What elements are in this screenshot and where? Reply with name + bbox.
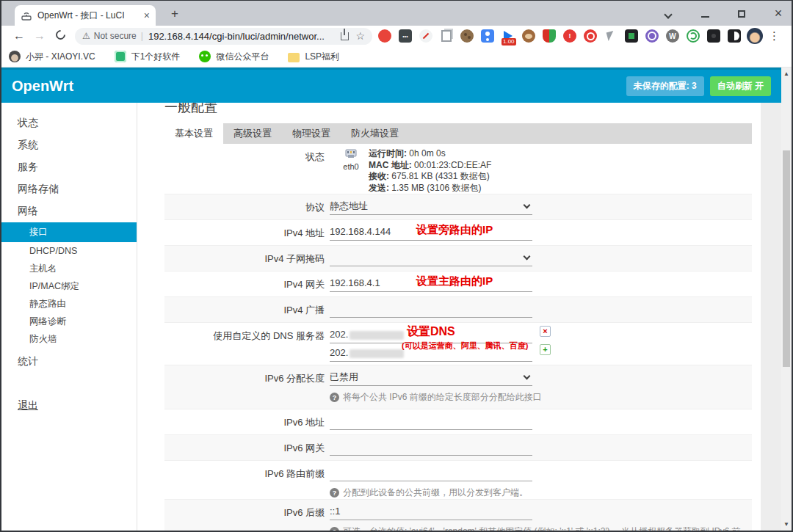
back-button[interactable]: ←	[9, 29, 29, 43]
chevron-down-icon	[524, 202, 531, 209]
feather-extension-icon[interactable]	[419, 29, 432, 43]
ethernet-icon	[343, 148, 359, 159]
tampermonkey-extension-icon[interactable]	[522, 29, 535, 43]
router-favicon-icon	[21, 10, 32, 21]
cookie-extension-icon[interactable]	[460, 29, 474, 43]
copy-extension-icon[interactable]	[440, 29, 453, 43]
remove-dns-button[interactable]: ×	[540, 326, 551, 337]
translate-extension-icon[interactable]	[625, 29, 638, 43]
dots-extension-icon[interactable]: •••	[399, 29, 412, 43]
sidebar-item-status[interactable]: 状态	[1, 112, 137, 134]
tab-physical-settings[interactable]: 物理设置	[282, 123, 341, 144]
field-label: IPv6 地址	[164, 409, 325, 434]
form-row-ipv6-suffix: IPv6 后缀 ::1 ? 可选。允许的值: 'eui64'、'random' …	[164, 499, 752, 531]
photos-extension-icon[interactable]	[481, 29, 494, 43]
extensions-puzzle-icon[interactable]	[707, 29, 720, 43]
page-body: 状态 系统 服务 网络存储 网络 接口 DHCP/DNS 主机名 IP/MAC绑…	[1, 103, 781, 531]
browser-menu-icon[interactable]: ⋮	[769, 29, 780, 43]
minimize-button[interactable]	[698, 7, 712, 20]
url-text[interactable]: 192.168.4.144/cgi-bin/luci/admin/networ.…	[148, 31, 337, 42]
field-label: 状态	[164, 144, 325, 194]
sidebar-item-ip-mac-binding[interactable]: IP/MAC绑定	[1, 277, 137, 295]
tab-firewall-settings[interactable]: 防火墙设置	[341, 123, 409, 144]
sidebar-item-logout[interactable]: 退出	[1, 395, 137, 417]
ipv6-suffix-input[interactable]: ::1	[330, 504, 532, 520]
reload-button[interactable]	[50, 29, 70, 43]
share-icon[interactable]	[341, 32, 349, 40]
bookmark-software-icon	[115, 51, 126, 62]
sidebar-item-storage[interactable]: 网络存储	[1, 178, 137, 200]
field-label: IPv6 分配长度	[164, 365, 325, 409]
help-icon: ?	[330, 527, 339, 531]
sidebar-item-system[interactable]: 系统	[1, 134, 137, 156]
bookmark-item[interactable]: LSP福利	[288, 51, 339, 63]
darkmode-extension-icon[interactable]	[728, 29, 741, 43]
forward-button[interactable]: →	[29, 29, 50, 43]
wikipedia-extension-icon[interactable]: W	[666, 29, 679, 43]
sidebar-item-hostnames[interactable]: 主机名	[1, 260, 137, 277]
not-secure-icon[interactable]: ⚠	[82, 31, 90, 41]
purple-extension-icon[interactable]	[645, 29, 659, 43]
page-scrollbar[interactable]: ▲ ▼	[781, 68, 792, 531]
new-tab-button[interactable]: +	[166, 7, 184, 21]
sidebar-item-statistics[interactable]: 统计	[1, 351, 137, 373]
unsaved-config-button[interactable]: 未保存的配置: 3	[626, 76, 704, 96]
tab-search-icon[interactable]	[661, 7, 676, 20]
extensions-row: ••• 1.00 ! W	[378, 29, 741, 43]
help-icon: ?	[330, 488, 339, 498]
chevron-down-icon	[524, 373, 531, 380]
video-extension-icon[interactable]: 1.00	[501, 29, 515, 43]
add-dns-button[interactable]: +	[540, 344, 551, 355]
ipv6-prefix-input[interactable]	[330, 465, 532, 481]
sidebar-item-static-routes[interactable]: 静态路由	[1, 295, 137, 313]
ipv4-netmask-select[interactable]	[330, 250, 532, 266]
help-text: ? 分配到此设备的公共前缀，用以分发到客户端。	[330, 487, 752, 499]
sync-extension-icon[interactable]	[687, 29, 700, 43]
sidebar-item-interfaces[interactable]: 接口	[1, 222, 137, 242]
browser-tab[interactable]: OpenWrt - 接口 - LuCI ×	[15, 5, 156, 26]
protocol-select[interactable]: 静态地址	[330, 199, 532, 215]
sidebar-item-services[interactable]: 服务	[1, 156, 137, 178]
tab-advanced-settings[interactable]: 高级设置	[223, 123, 282, 144]
annotation-main-router-ip: 设置主路由的IP	[416, 274, 493, 288]
tab-general-settings[interactable]: 基本设置	[164, 123, 223, 144]
bookmark-item[interactable]: 微信公众平台	[199, 51, 269, 63]
adblock-extension-icon[interactable]	[378, 29, 391, 43]
field-label: 协议	[164, 194, 325, 219]
sidebar: 状态 系统 服务 网络存储 网络 接口 DHCP/DNS 主机名 IP/MAC绑…	[1, 103, 137, 531]
scrollbar-thumb[interactable]	[783, 150, 790, 367]
scroll-down-icon[interactable]: ▼	[781, 521, 792, 528]
close-window-button[interactable]: ×	[771, 6, 786, 21]
maximize-button[interactable]	[734, 7, 749, 20]
ipv4-broadcast-input[interactable]	[330, 302, 532, 318]
form-row-status: 状态	[164, 144, 752, 194]
sidebar-item-firewall[interactable]: 防火墙	[1, 330, 137, 348]
ipv6-assignment-select[interactable]: 已禁用	[330, 370, 532, 386]
cursor-extension-icon[interactable]	[604, 29, 618, 43]
sidebar-item-dhcp-dns[interactable]: DHCP/DNS	[1, 242, 137, 260]
tab-close-icon[interactable]: ×	[144, 10, 150, 21]
shield-extension-icon[interactable]	[543, 29, 556, 43]
url-bar[interactable]: ⚠ Not secure | 192.168.4.144/cgi-bin/luc…	[75, 28, 372, 45]
browser-titlebar: OpenWrt - 接口 - LuCI × + ×	[1, 1, 792, 26]
bookmark-item[interactable]: 小羿 - XIAOYI.VC	[9, 51, 95, 63]
annotation-dns-detail: (可以是运营商、阿里、腾讯、百度)	[402, 340, 528, 351]
bookmark-item[interactable]: 下1个好软件	[115, 51, 181, 63]
bookmark-star-icon[interactable]: ☆	[355, 30, 365, 42]
page-viewport: OpenWrt 未保存的配置: 3 自动刷新 开 状态 系统 服务 网络存储 网…	[1, 68, 792, 531]
scroll-up-icon[interactable]: ▲	[781, 70, 792, 77]
ipv6-gateway-input[interactable]	[330, 440, 532, 456]
profile-avatar[interactable]	[747, 28, 763, 44]
sidebar-item-network[interactable]: 网络	[1, 200, 137, 222]
autorefresh-button[interactable]: 自动刷新 开	[710, 76, 771, 96]
eye-extension-icon[interactable]	[584, 29, 597, 43]
alert-extension-icon[interactable]: !	[563, 29, 576, 43]
help-icon: ?	[330, 393, 339, 402]
blurred-value	[350, 331, 404, 340]
form-row-ipv6-assignment: IPv6 分配长度 已禁用 ? 将每个公共 IPv6 前缀的给定长度部分分配给此…	[164, 365, 752, 409]
ipv6-address-input[interactable]	[330, 414, 532, 430]
not-secure-label[interactable]: Not secure	[94, 31, 137, 41]
field-label: IPv6 网关	[164, 435, 325, 460]
settings-tabs: 基本设置 高级设置 物理设置 防火墙设置	[164, 123, 752, 144]
sidebar-item-diagnostics[interactable]: 网络诊断	[1, 313, 137, 330]
